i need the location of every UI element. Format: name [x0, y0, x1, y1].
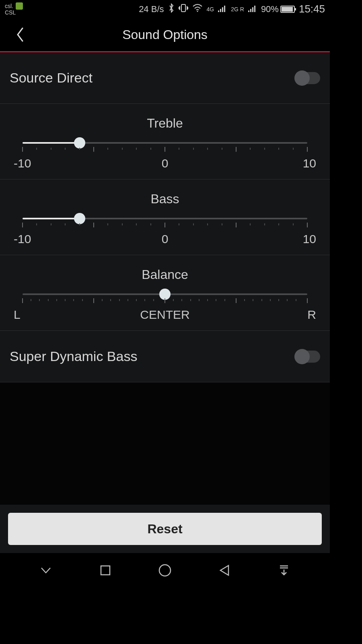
svg-rect-10 — [101, 566, 110, 575]
reset-row: Reset — [0, 505, 330, 553]
super-dynamic-bass-label: Super Dynamic Bass — [10, 349, 137, 364]
bass-section: Bass -10 0 10 — [0, 180, 330, 255]
signal-bars-2-icon — [248, 4, 257, 14]
svg-rect-7 — [250, 9, 251, 12]
bass-ticks — [23, 223, 307, 228]
back-button[interactable] — [12, 27, 28, 43]
bluetooth-icon — [168, 3, 175, 15]
vibrate-icon — [179, 4, 188, 15]
wifi-icon — [192, 4, 203, 14]
balance-label: Balance — [10, 267, 320, 282]
super-dynamic-bass-toggle[interactable] — [294, 351, 320, 363]
super-dynamic-bass-row: Super Dynamic Bass — [0, 331, 330, 382]
treble-center-label: 0 — [162, 157, 169, 170]
nav-back-button[interactable] — [212, 558, 237, 582]
nav-recent-button[interactable] — [93, 558, 117, 582]
chevron-left-icon — [16, 27, 25, 42]
svg-point-11 — [159, 565, 171, 576]
status-left: csl. CSL — [5, 2, 23, 16]
svg-rect-8 — [252, 7, 253, 12]
svg-point-1 — [197, 10, 198, 12]
svg-rect-3 — [220, 9, 221, 12]
nav-download-button[interactable] — [272, 558, 296, 582]
balance-slider[interactable] — [23, 293, 307, 295]
source-direct-toggle[interactable] — [294, 72, 320, 84]
bass-label: Bass — [10, 192, 320, 206]
nav-collapse-button[interactable] — [34, 558, 58, 582]
battery-pct: 90% — [261, 4, 279, 14]
clock: 15:45 — [299, 3, 325, 15]
status-right: 24 B/s 4G 2G R 90% 15:45 — [139, 3, 325, 15]
svg-rect-2 — [218, 10, 219, 12]
triangle-left-icon — [219, 564, 230, 576]
signal-bars-1-icon — [218, 4, 227, 14]
battery-icon — [280, 6, 295, 13]
bass-max-label: 10 — [303, 232, 316, 246]
page-title: Sound Options — [122, 27, 208, 42]
svg-rect-0 — [181, 4, 185, 12]
treble-min-label: -10 — [14, 157, 31, 170]
source-direct-row: Source Direct — [0, 52, 330, 104]
svg-rect-6 — [248, 10, 249, 12]
title-bar: Sound Options — [0, 18, 330, 52]
carrier-bottom-label: CSL — [5, 10, 23, 16]
treble-max-label: 10 — [303, 157, 316, 170]
signal-4g-label: 4G — [207, 6, 214, 12]
circle-icon — [158, 564, 172, 577]
nav-bar — [0, 553, 330, 588]
status-bar: csl. CSL 24 B/s 4G 2G R 90% 15:45 — [0, 0, 330, 18]
net-speed: 24 B/s — [139, 4, 164, 14]
empty-space — [0, 382, 330, 505]
svg-rect-9 — [254, 6, 255, 12]
bass-slider[interactable] — [23, 218, 307, 219]
carrier-top-label: csl. — [5, 3, 13, 9]
svg-rect-5 — [224, 6, 225, 12]
treble-slider[interactable] — [23, 142, 307, 144]
treble-section: Treble -10 0 10 — [0, 104, 330, 180]
nav-home-button[interactable] — [153, 558, 177, 582]
source-direct-label: Source Direct — [10, 70, 93, 86]
square-icon — [99, 564, 111, 576]
balance-section: Balance L CENTER R — [0, 255, 330, 331]
balance-ticks — [23, 298, 307, 304]
signal-2g-label: 2G R — [231, 6, 244, 12]
treble-label: Treble — [10, 116, 320, 131]
balance-center-label: CENTER — [140, 308, 189, 322]
reset-button[interactable]: Reset — [8, 513, 322, 545]
bass-min-label: -10 — [14, 232, 31, 246]
chevron-down-icon — [40, 566, 52, 574]
app-notification-icon — [16, 2, 23, 10]
content-area: Source Direct Treble -10 0 10 Bass — [0, 52, 330, 553]
svg-rect-4 — [222, 7, 223, 12]
treble-ticks — [23, 147, 307, 153]
balance-min-label: L — [14, 308, 21, 322]
bass-center-label: 0 — [162, 232, 169, 246]
balance-max-label: R — [307, 308, 316, 322]
download-queue-icon — [278, 564, 290, 576]
